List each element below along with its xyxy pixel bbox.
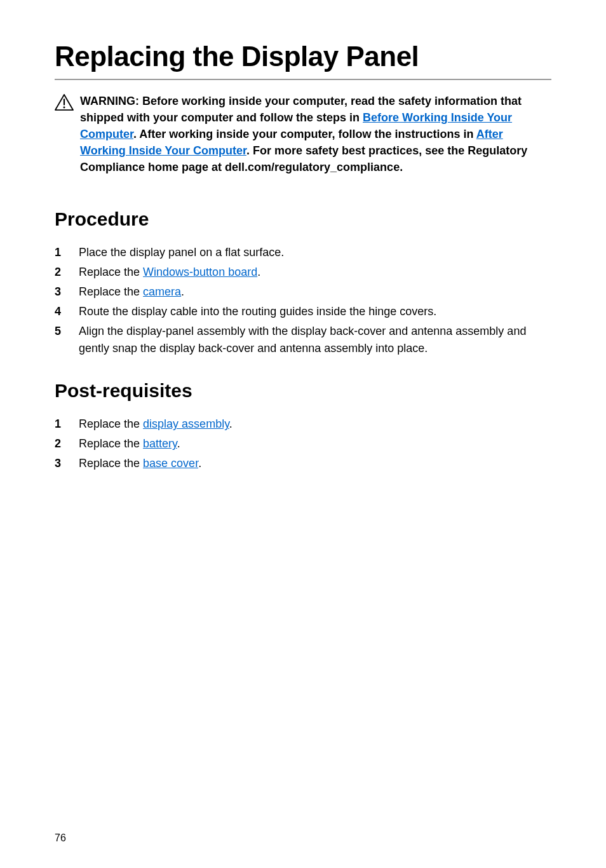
link-base-cover[interactable]: base cover <box>143 457 198 470</box>
item-number: 3 <box>55 283 65 301</box>
warning-text: WARNING: Before working inside your comp… <box>80 93 551 175</box>
list-item: 2 Replace the battery. <box>55 435 551 452</box>
link-display-assembly[interactable]: display assembly <box>143 417 229 430</box>
post-requisites-heading: Post-requisites <box>55 380 551 402</box>
item-number: 3 <box>55 455 65 472</box>
item-number: 2 <box>55 435 65 452</box>
item-body: Replace the display assembly. <box>79 416 551 433</box>
item-body: Replace the Windows-button board. <box>79 264 551 281</box>
item-number: 1 <box>55 416 65 433</box>
procedure-heading: Procedure <box>55 208 551 230</box>
list-item: 3 Replace the camera. <box>55 283 551 301</box>
item-body: Replace the battery. <box>79 435 551 452</box>
link-battery[interactable]: battery <box>143 437 177 450</box>
list-item: 4 Route the display cable into the routi… <box>55 303 551 320</box>
item-suffix: . <box>257 266 260 278</box>
item-prefix: Replace the <box>79 266 143 278</box>
list-item: 1 Place the display panel on a flat surf… <box>55 244 551 261</box>
warning-block: WARNING: Before working inside your comp… <box>55 93 551 175</box>
item-suffix: . <box>181 285 184 298</box>
item-prefix: Replace the <box>79 437 143 450</box>
list-item: 3 Replace the base cover. <box>55 455 551 472</box>
item-body: Replace the base cover. <box>79 455 551 472</box>
item-number: 1 <box>55 244 65 261</box>
item-body: Align the display-panel assembly with th… <box>79 323 551 357</box>
item-body: Replace the camera. <box>79 283 551 301</box>
link-camera[interactable]: camera <box>143 285 181 298</box>
item-suffix: . <box>177 437 180 450</box>
item-body: Route the display cable into the routing… <box>79 303 551 320</box>
list-item: 1 Replace the display assembly. <box>55 416 551 433</box>
list-item: 2 Replace the Windows-button board. <box>55 264 551 281</box>
warning-part2: . After working inside your computer, fo… <box>133 128 476 140</box>
item-number: 5 <box>55 323 65 340</box>
page-number: 76 <box>55 832 66 844</box>
list-item: 5 Align the display-panel assembly with … <box>55 323 551 357</box>
item-suffix: . <box>198 457 201 470</box>
item-prefix: Replace the <box>79 457 143 470</box>
svg-point-2 <box>64 106 65 108</box>
page-title: Replacing the Display Panel <box>55 41 551 80</box>
item-prefix: Replace the <box>79 285 143 298</box>
item-suffix: . <box>229 417 232 430</box>
item-prefix: Replace the <box>79 417 143 430</box>
item-number: 4 <box>55 303 65 320</box>
link-windows-button-board[interactable]: Windows-button board <box>143 266 257 278</box>
item-number: 2 <box>55 264 65 281</box>
item-body: Place the display panel on a flat surfac… <box>79 244 551 261</box>
procedure-list: 1 Place the display panel on a flat surf… <box>55 244 551 357</box>
document-page: Replacing the Display Panel WARNING: Bef… <box>0 0 606 868</box>
warning-icon <box>55 94 74 111</box>
post-requisites-list: 1 Replace the display assembly. 2 Replac… <box>55 416 551 472</box>
